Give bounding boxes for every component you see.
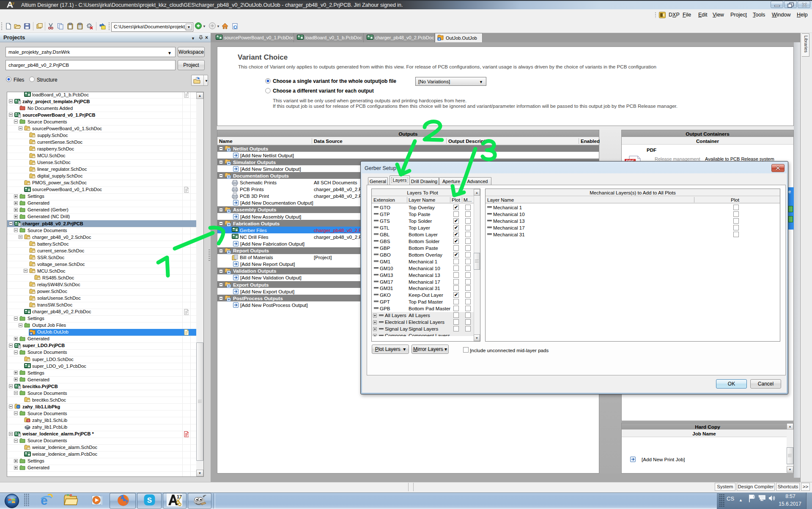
svg-text:e: e [41, 493, 48, 506]
svg-text:17: 17 [11, 2, 14, 5]
svg-text:S: S [147, 496, 152, 504]
